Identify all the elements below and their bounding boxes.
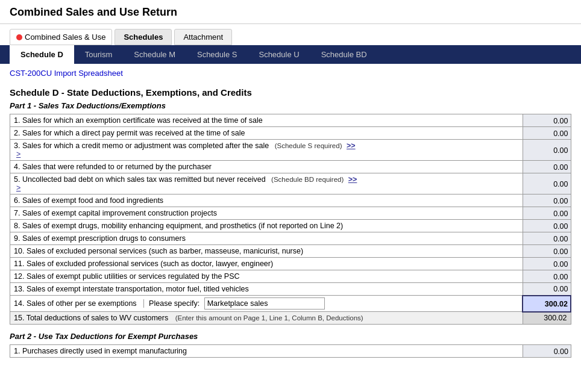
row-input-10[interactable] <box>523 258 571 270</box>
tab-schedules[interactable]: Schedules <box>115 29 172 45</box>
row-text: Sales of exempt drugs, mobility enhancin… <box>22 222 343 230</box>
row-value-input[interactable] <box>526 210 568 218</box>
page-header: Combined Sales and Use Return <box>0 0 581 24</box>
sub-tab-schedule-bd[interactable]: Schedule BD <box>310 45 378 64</box>
row-input-3[interactable] <box>523 161 571 173</box>
row-input-11[interactable] <box>523 270 571 283</box>
specify-input[interactable] <box>204 297 325 310</box>
row-label-9: 10. Sales of excluded personal services … <box>10 245 523 258</box>
row-input-6[interactable] <box>523 207 571 220</box>
row-input-12[interactable] <box>523 283 571 296</box>
row-input-2[interactable] <box>523 140 571 161</box>
row-label-1: 2. Sales for which a direct pay permit w… <box>10 127 523 140</box>
main-content: Schedule D - State Deductions, Exemption… <box>0 82 581 375</box>
row-text: Purchases directly used in exempt manufa… <box>22 347 187 355</box>
row-num: 11. <box>14 260 24 268</box>
row-num: 3. <box>14 142 20 150</box>
page-wrapper: Combined Sales and Use Return Combined S… <box>0 0 581 392</box>
page-title: Combined Sales and Use Return <box>10 6 571 19</box>
tab-attachment-label: Attachment <box>183 33 223 42</box>
row-input-9[interactable] <box>523 245 571 258</box>
row-value-input[interactable] <box>526 197 568 205</box>
row-input-4[interactable] <box>523 173 571 194</box>
table-row: 6. Sales of exempt food and food ingredi… <box>10 194 571 207</box>
table-row: 1. Purchases directly used in exempt man… <box>10 345 571 358</box>
total-text: Total deductions of sales to WV customer… <box>27 314 169 322</box>
tab-dot <box>16 34 22 40</box>
part2-title: Part 2 - Use Tax Deductions for Exempt P… <box>10 332 571 341</box>
row-input-5[interactable] <box>523 194 571 207</box>
row-value-input[interactable] <box>526 163 568 172</box>
table-row: 8. Sales of exempt drugs, mobility enhan… <box>10 220 571 232</box>
arrow-link-2[interactable]: > <box>16 150 20 158</box>
total-value-cell: 300.02 <box>523 312 571 325</box>
row-value-input[interactable] <box>526 129 568 138</box>
arrow-link[interactable]: >> <box>348 175 357 184</box>
row-value-input[interactable] <box>526 285 568 293</box>
sub-tabs: Schedule D Tourism Schedule M Schedule S… <box>0 45 581 64</box>
arrow-link-2[interactable]: > <box>16 184 20 192</box>
row-text: Sales of exempt capital improvement cons… <box>22 209 217 217</box>
row-value-input[interactable] <box>526 273 568 281</box>
row-value-input[interactable] <box>526 260 568 269</box>
row-label-6: 7. Sales of exempt capital improvement c… <box>10 207 523 220</box>
section-title: Schedule D - State Deductions, Exemption… <box>10 87 571 98</box>
row-label-0: 1. Purchases directly used in exempt man… <box>10 345 523 358</box>
table-row: 7. Sales of exempt capital improvement c… <box>10 207 571 220</box>
table-row: 1. Sales for which an exemption certific… <box>10 114 571 127</box>
row-num: 12. <box>14 272 24 281</box>
tab-schedules-label: Schedules <box>124 33 163 42</box>
row-text: Uncollected bad debt on which sales tax … <box>22 175 266 184</box>
row-label-5: 6. Sales of exempt food and food ingredi… <box>10 194 523 207</box>
sub-tab-schedule-m[interactable]: Schedule M <box>123 45 186 64</box>
part1-table: 1. Sales for which an exemption certific… <box>10 114 571 325</box>
row-input-7[interactable] <box>523 220 571 232</box>
table-row: 4. Sales that were refunded to or return… <box>10 161 571 173</box>
table-row: 13. Sales of exempt interstate transport… <box>10 283 571 296</box>
row-input-0[interactable] <box>523 114 571 127</box>
row-label-3: 4. Sales that were refunded to or return… <box>10 161 523 173</box>
row-label-4: 5. Uncollected bad debt on which sales t… <box>10 173 523 194</box>
row-text: Sales of excluded professional services … <box>27 260 273 268</box>
import-link[interactable]: CST-200CU Import Spreadsheet <box>10 69 123 78</box>
row-value-input[interactable] <box>526 180 568 188</box>
row-input-8[interactable] <box>523 232 571 245</box>
row-num: 1. <box>14 347 20 355</box>
row-text: Sales of excluded personal services (suc… <box>27 247 303 255</box>
sub-tab-schedule-s[interactable]: Schedule S <box>186 45 248 64</box>
row-num: 2. <box>14 129 20 137</box>
row-text: Sales of exempt public utilities or serv… <box>27 272 240 281</box>
import-link-wrapper: CST-200CU Import Spreadsheet <box>0 64 581 82</box>
arrow-link[interactable]: >> <box>347 142 356 150</box>
tab-combined-sales-label: Combined Sales & Use <box>25 33 105 42</box>
table-row: 2. Sales for which a direct pay permit w… <box>10 127 571 140</box>
row-input-1[interactable] <box>523 127 571 140</box>
table-row: 10. Sales of excluded personal services … <box>10 245 571 258</box>
row-num: 10. <box>14 247 24 255</box>
row-num: 6. <box>14 196 20 205</box>
row-value-input[interactable] <box>526 222 568 231</box>
total-row: 15. Total deductions of sales to WV cust… <box>10 312 571 325</box>
specify-label: Please specify: <box>143 299 199 308</box>
row-label-2: 3. Sales for which a credit memo or adju… <box>10 140 523 161</box>
sub-tab-schedule-u[interactable]: Schedule U <box>248 45 310 64</box>
table-row: 14. Sales of other per se exemptions Ple… <box>10 296 571 312</box>
sub-tab-schedule-d[interactable]: Schedule D <box>10 45 74 64</box>
row-label-13: 14. Sales of other per se exemptions Ple… <box>10 296 523 312</box>
row-value-input[interactable] <box>526 235 568 243</box>
table-row: 11. Sales of excluded professional servi… <box>10 258 571 270</box>
sub-tab-tourism[interactable]: Tourism <box>74 45 124 64</box>
row-input-0[interactable] <box>523 345 571 358</box>
tab-attachment[interactable]: Attachment <box>174 29 232 45</box>
row-input-13[interactable] <box>523 296 571 312</box>
row-value-input[interactable] <box>526 347 568 356</box>
row-value-input[interactable] <box>526 117 568 125</box>
row-value-input[interactable] <box>526 146 568 155</box>
row-value-input[interactable] <box>526 247 568 256</box>
tab-combined-sales[interactable]: Combined Sales & Use <box>10 29 112 45</box>
row-label-8: 9. Sales of exempt prescription drugs to… <box>10 232 523 245</box>
row-text: Sales for which a credit memo or adjustm… <box>22 142 269 150</box>
row-text: Sales of exempt food and food ingredient… <box>22 196 163 205</box>
row-value-input[interactable] <box>526 300 568 308</box>
row-num: 5. <box>14 175 20 184</box>
